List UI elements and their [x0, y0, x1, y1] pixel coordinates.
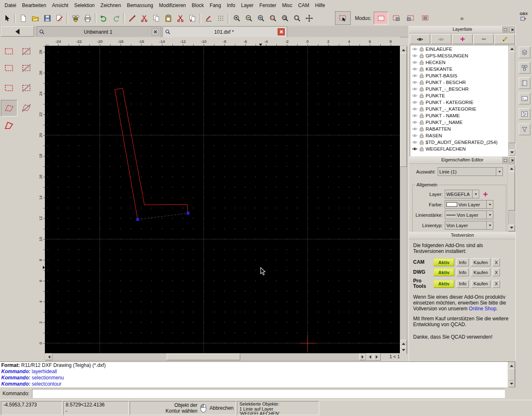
scroll-up-button[interactable] — [400, 46, 407, 53]
vscroll-thumb[interactable] — [400, 53, 407, 167]
scroll-thumb[interactable] — [509, 52, 515, 143]
add-layer-button[interactable] — [482, 191, 489, 198]
layer-visibility-icon[interactable] — [412, 87, 418, 91]
scroll-up-button[interactable] — [508, 165, 515, 172]
pointer-button[interactable] — [1, 12, 13, 24]
addon-close-button[interactable]: X — [493, 258, 500, 266]
open-file-button[interactable] — [29, 12, 41, 24]
panel-float-button[interactable] — [502, 27, 508, 32]
property-painter-button[interactable] — [202, 12, 214, 24]
layer-row[interactable]: PUNKT_-_BESCHR — [411, 86, 508, 92]
toggle-command-line-button[interactable] — [519, 93, 530, 104]
snap-grid-button[interactable] — [214, 12, 227, 24]
menu-bemassung[interactable]: Bemassung — [124, 1, 156, 10]
layer-row[interactable]: EINLAEUFE — [411, 46, 508, 52]
toolbar-extension-button[interactable]: » — [457, 12, 467, 24]
scroll-left-button[interactable] — [45, 354, 52, 360]
addon-info-button[interactable]: Info — [456, 280, 469, 288]
panel-float-button[interactable] — [502, 157, 508, 163]
menu-fang[interactable]: Fang — [207, 1, 224, 10]
layer-visibility-icon[interactable] — [412, 120, 418, 124]
layer-visibility-icon[interactable] — [412, 67, 418, 71]
scroll-down-button[interactable] — [509, 149, 515, 156]
menu-cam[interactable]: CAM — [295, 1, 312, 10]
property-color-select[interactable]: Von Layer — [445, 200, 493, 209]
gbx-indicator[interactable]: GBX — [516, 12, 531, 21]
layer-visibility-icon[interactable] — [412, 74, 418, 78]
tab-unbenannt-1[interactable]: Unbenannt 1 — [37, 26, 161, 37]
layer-visibility-icon[interactable] — [412, 47, 418, 51]
canvas-hscrollbar[interactable] — [45, 353, 367, 361]
back-button[interactable] — [1, 26, 34, 37]
layer-lock-icon[interactable] — [419, 73, 424, 78]
layer-visibility-icon[interactable] — [412, 140, 418, 144]
layer-lock-icon[interactable] — [419, 93, 424, 98]
layer-lock-icon[interactable] — [419, 146, 424, 151]
addon-active-button[interactable]: Aktiv — [433, 268, 454, 276]
scroll-up-button[interactable] — [508, 362, 515, 369]
zoom-selection-button[interactable] — [267, 12, 279, 24]
addon-buy-button[interactable]: Kaufen — [471, 280, 490, 288]
property-lineweight-select[interactable]: Von Layer — [445, 210, 493, 219]
layer-visibility-icon[interactable] — [412, 100, 418, 104]
scroll-right-button[interactable] — [359, 354, 366, 360]
toggle-library-browser-button[interactable] — [519, 77, 530, 89]
drawing-canvas[interactable] — [45, 46, 400, 353]
zoom-in-button[interactable] — [231, 12, 243, 24]
layer-visibility-icon[interactable] — [412, 127, 418, 131]
property-layer-select[interactable]: WEGEFLA — [445, 190, 479, 198]
canvas-vscrollbar[interactable] — [400, 46, 407, 354]
menu-info[interactable]: Info — [224, 1, 238, 10]
zoom-page-button[interactable] — [291, 12, 303, 24]
deselect-intersected-tool[interactable] — [18, 80, 34, 96]
mode-append-button[interactable] — [389, 12, 403, 24]
scroll-down-button[interactable] — [400, 347, 407, 354]
new-file-button[interactable] — [17, 12, 29, 24]
copy-button[interactable] — [150, 12, 162, 24]
select-entity-tool[interactable] — [1, 43, 17, 59]
layer-visibility-icon[interactable] — [412, 60, 418, 64]
layer-list-scrollbar[interactable] — [508, 45, 515, 156]
layer-row[interactable]: PUNKT - BESCHR — [411, 79, 508, 86]
menu-hilfe[interactable]: Hilfe — [312, 1, 328, 10]
draw-pen-button[interactable] — [126, 12, 138, 24]
menu-fenster[interactable]: Fenster — [256, 1, 279, 10]
page-prev-button[interactable] — [366, 353, 374, 361]
cut-with-reference-button[interactable] — [174, 12, 186, 24]
scroll-down-button[interactable] — [508, 381, 515, 387]
layer-row[interactable]: PUNKT_-_NAME — [411, 119, 508, 126]
scroll-thumb[interactable] — [508, 171, 515, 210]
layer-row[interactable]: PUNKT-BASIS — [411, 72, 508, 79]
addon-info-button[interactable]: Info — [456, 258, 469, 266]
layer-lock-icon[interactable] — [419, 126, 424, 131]
layer-hide-all-button[interactable] — [431, 34, 451, 44]
panel-close-button[interactable] — [509, 157, 515, 163]
layer-lock-icon[interactable] — [419, 60, 424, 65]
save-button[interactable] — [41, 12, 53, 24]
scroll-up-button[interactable] — [509, 45, 515, 52]
history-scrollbar[interactable] — [508, 362, 515, 388]
addon-active-button[interactable]: Aktiv — [433, 258, 454, 266]
online-shop-link[interactable]: Online Shop — [469, 306, 496, 312]
layer-visibility-icon[interactable] — [412, 114, 418, 118]
panel-close-button[interactable] — [509, 27, 515, 32]
addon-buy-button[interactable]: Kaufen — [471, 258, 490, 266]
bee-button[interactable] — [69, 12, 81, 24]
layer-lock-icon[interactable] — [419, 113, 424, 118]
cut-button[interactable] — [138, 12, 150, 24]
layer-lock-icon[interactable] — [419, 140, 424, 145]
layer-lock-icon[interactable] — [419, 80, 424, 85]
layer-visibility-icon[interactable] — [412, 54, 418, 58]
layer-lock-icon[interactable] — [419, 133, 424, 138]
layer-visibility-icon[interactable] — [412, 107, 418, 111]
layer-row[interactable]: KIESKANTE — [411, 66, 508, 72]
select-rectangle-tool[interactable] — [1, 60, 17, 76]
select-contour-tool[interactable] — [1, 100, 17, 116]
deselect-rectangle-tool[interactable] — [18, 60, 34, 76]
menu-block[interactable]: Block — [189, 1, 207, 10]
layer-lock-icon[interactable] — [419, 106, 424, 111]
toggle-layer-list-button[interactable] — [519, 47, 530, 58]
toggle-selection-filter-button[interactable] — [519, 124, 530, 135]
addon-close-button[interactable]: X — [493, 268, 500, 276]
pan-button[interactable] — [303, 12, 315, 24]
